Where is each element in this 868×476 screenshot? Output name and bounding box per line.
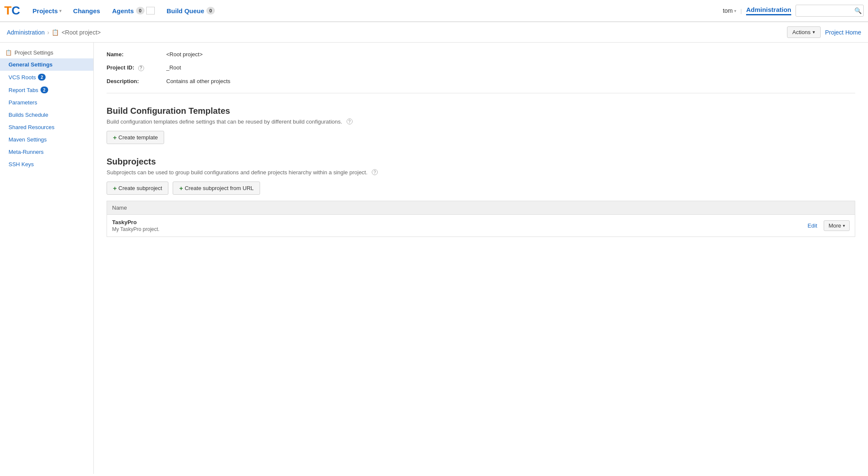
project-id-help-icon[interactable]: ? — [138, 65, 144, 71]
build-config-help-icon[interactable]: ? — [347, 118, 353, 124]
create-subproject-url-plus-icon: + — [179, 185, 183, 192]
edit-link[interactable]: Edit — [807, 222, 817, 229]
breadcrumb-actions: Actions ▾ Project Home — [787, 26, 861, 38]
breadcrumb-root-project: <Root project> — [61, 29, 101, 36]
nav-agents-label: Agents — [112, 7, 134, 14]
actions-label: Actions — [793, 29, 811, 35]
sidebar-ssh-keys-label: SSH Keys — [9, 161, 34, 167]
create-subproject-from-url-button[interactable]: + Create subproject from URL — [173, 182, 260, 195]
project-id-label: Project ID: ? — [107, 64, 166, 71]
more-label: More — [828, 222, 841, 229]
search-input[interactable] — [799, 8, 854, 14]
create-subproject-plus-icon: + — [113, 185, 117, 192]
build-queue-count-badge: 0 — [206, 7, 215, 14]
create-subproject-button[interactable]: + Create subproject — [107, 182, 168, 195]
settings-section-icon: 📋 — [5, 49, 12, 56]
sidebar: 📋 Project Settings General Settings VCS … — [0, 43, 94, 474]
name-value: <Root project> — [166, 51, 203, 58]
nav-projects-label: Projects — [32, 7, 58, 14]
sidebar-item-maven-settings[interactable]: Maven Settings — [0, 133, 93, 146]
nav-agents[interactable]: Agents 0 — [106, 0, 161, 22]
vcs-roots-badge: 2 — [38, 74, 46, 81]
table-cell-actions: Edit More ▾ — [802, 214, 855, 237]
sidebar-item-builds-schedule[interactable]: Builds Schedule — [0, 109, 93, 121]
description-field-row: Description: Contains all other projects — [107, 78, 855, 84]
main-layout: 📋 Project Settings General Settings VCS … — [0, 43, 868, 474]
search-box[interactable]: 🔍 — [796, 5, 864, 17]
subprojects-desc: Subprojects can be used to group build c… — [107, 169, 855, 176]
breadcrumb: Administration › 📋 <Root project> — [7, 29, 101, 36]
sidebar-meta-runners-label: Meta-Runners — [9, 149, 43, 155]
user-chevron-icon: ▾ — [734, 9, 736, 13]
nav-build-queue[interactable]: Build Queue 0 — [161, 0, 221, 22]
build-config-templates-section: Build Configuration Templates Build conf… — [107, 106, 855, 144]
top-nav: TC Projects ▾ Changes Agents 0 Build Que… — [0, 0, 868, 22]
breadcrumb-separator: › — [47, 29, 49, 36]
table-header-actions — [802, 201, 855, 214]
actions-button[interactable]: Actions ▾ — [787, 26, 821, 38]
actions-chevron-icon: ▾ — [813, 29, 815, 35]
create-template-label: Create template — [119, 134, 158, 141]
sidebar-builds-schedule-label: Builds Schedule — [9, 112, 48, 118]
more-chevron-icon: ▾ — [843, 223, 845, 228]
description-value: Contains all other projects — [166, 78, 230, 84]
sidebar-item-vcs-roots[interactable]: VCS Roots 2 — [0, 71, 93, 84]
subprojects-section: Subprojects Subprojects can be used to g… — [107, 157, 855, 237]
nav-build-queue-label: Build Queue — [167, 7, 204, 14]
create-subproject-from-url-label: Create subproject from URL — [185, 185, 254, 191]
user-menu[interactable]: tom ▾ — [723, 7, 736, 14]
create-template-button[interactable]: + Create template — [107, 131, 164, 144]
create-template-plus-icon: + — [113, 134, 117, 141]
subprojects-buttons: + Create subproject + Create subproject … — [107, 182, 855, 195]
table-row: TaskyPro My TaskyPro project. Edit More … — [107, 214, 855, 237]
sidebar-general-settings-label: General Settings — [9, 61, 52, 68]
nav-projects[interactable]: Projects ▾ — [26, 0, 67, 22]
nav-changes-label: Changes — [73, 7, 100, 14]
sidebar-item-ssh-keys[interactable]: SSH Keys — [0, 158, 93, 170]
sidebar-item-meta-runners[interactable]: Meta-Runners — [0, 146, 93, 158]
logo-c: C — [12, 4, 20, 17]
sidebar-report-tabs-label: Report Tabs — [9, 87, 38, 93]
breadcrumb-bar: Administration › 📋 <Root project> Action… — [0, 22, 868, 43]
project-id-value: _Root — [166, 64, 181, 71]
agents-box-icon — [146, 7, 155, 14]
project-id-field-row: Project ID: ? _Root — [107, 64, 855, 71]
subprojects-help-icon[interactable]: ? — [372, 169, 378, 175]
project-name: TaskyPro — [112, 219, 797, 225]
nav-separator: | — [741, 8, 742, 14]
search-icon: 🔍 — [854, 7, 862, 14]
more-button[interactable]: More ▾ — [824, 220, 850, 231]
tc-logo[interactable]: TC — [4, 4, 20, 17]
subprojects-table: Name TaskyPro My TaskyPro project. Edit — [107, 201, 855, 237]
description-label: Description: — [107, 78, 166, 84]
sidebar-item-parameters[interactable]: Parameters — [0, 96, 93, 109]
sidebar-maven-settings-label: Maven Settings — [9, 136, 47, 143]
sidebar-section-title: 📋 Project Settings — [0, 47, 93, 58]
name-label: Name: — [107, 51, 166, 58]
name-field-row: Name: <Root project> — [107, 51, 855, 58]
project-description: My TaskyPro project. — [112, 226, 797, 232]
sidebar-vcs-roots-label: VCS Roots — [9, 74, 36, 81]
sidebar-shared-resources-label: Shared Resources — [9, 124, 55, 130]
nav-projects-chevron-icon: ▾ — [59, 9, 61, 13]
nav-changes[interactable]: Changes — [67, 0, 106, 22]
sidebar-item-general-settings[interactable]: General Settings — [0, 58, 93, 71]
build-config-templates-desc: Build configuration templates define set… — [107, 118, 855, 125]
nav-administration[interactable]: Administration — [746, 6, 791, 15]
breadcrumb-admin-link[interactable]: Administration — [7, 29, 45, 36]
table-cell-project: TaskyPro My TaskyPro project. — [107, 214, 803, 237]
username-label: tom — [723, 7, 732, 14]
logo-t: T — [4, 4, 12, 17]
divider — [107, 93, 855, 93]
sidebar-parameters-label: Parameters — [9, 99, 37, 106]
sidebar-section-label: Project Settings — [14, 49, 53, 56]
content-area: Name: <Root project> Project ID: ? _Root… — [94, 43, 868, 474]
project-home-link[interactable]: Project Home — [825, 29, 861, 36]
breadcrumb-root-icon: 📋 — [52, 29, 59, 36]
sidebar-item-shared-resources[interactable]: Shared Resources — [0, 121, 93, 133]
report-tabs-badge: 2 — [41, 87, 48, 93]
build-config-templates-title: Build Configuration Templates — [107, 106, 855, 116]
sidebar-item-report-tabs[interactable]: Report Tabs 2 — [0, 84, 93, 96]
agents-count-badge: 0 — [136, 7, 145, 14]
table-header-name: Name — [107, 201, 803, 214]
